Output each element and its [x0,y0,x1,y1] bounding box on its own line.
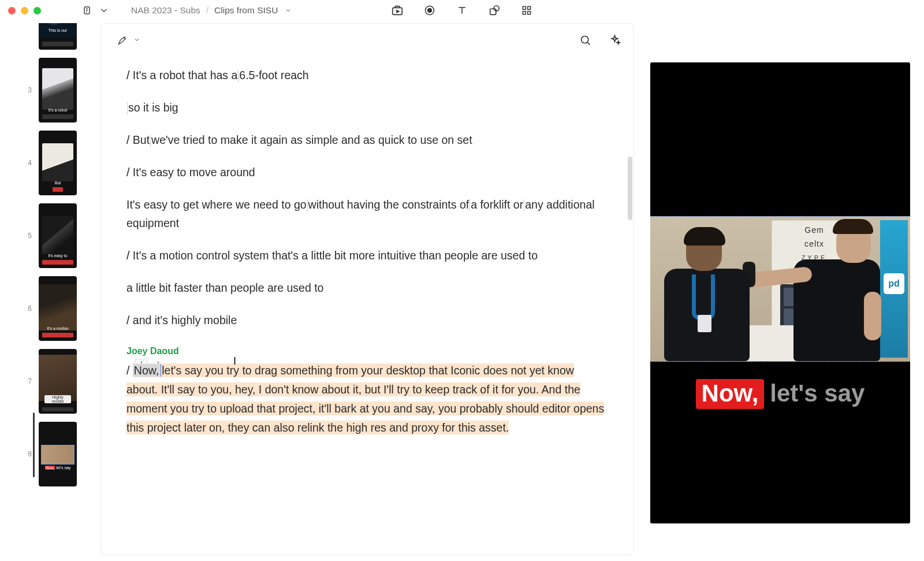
scrollbar-indicator[interactable] [628,157,632,220]
current-word: Now, [133,364,160,377]
svg-point-5 [494,6,499,11]
grid-button[interactable] [520,4,533,17]
svg-point-10 [582,36,588,43]
active-text: let's say you try to drag something from… [126,364,604,434]
sparkle-icon [609,34,621,46]
clip-index: 3 [21,86,32,94]
brand-logo: pd [884,273,904,294]
transcript-editor: / It's a robot that has a6.5-foot reach … [100,23,634,555]
media-button[interactable] [391,4,404,17]
clip-index: 8 [21,450,32,458]
transcript-line[interactable]: / It's a robot that has a6.5-foot reach [126,66,608,85]
background-banner: pd [880,220,908,358]
clip-index: 4 [21,159,32,167]
clip-index: 5 [21,232,32,240]
clip-caption: It's a motion [44,326,71,330]
svg-rect-8 [523,12,526,14]
clip-thumb-2[interactable]: 3 It's a robot [21,58,77,122]
toolbar [391,4,533,17]
transcript-body[interactable]: / It's a robot that has a6.5-foot reach … [101,56,634,460]
breadcrumb: NAB 2023 - Subs / Clips from SISU [131,5,292,16]
clip-thumb-4[interactable]: 5 It's easy to [21,203,77,268]
pen-icon [117,34,129,46]
svg-point-3 [428,9,432,13]
clip-caption: It's a robot [44,108,71,112]
transcript-line[interactable]: It's easy to get where we need to gowith… [126,196,608,233]
clip-thumb-6[interactable]: 7 Highly mobile [21,349,77,414]
svg-rect-6 [523,6,526,9]
clip-thumb-3[interactable]: 4 But [21,131,77,195]
svg-rect-9 [528,12,531,14]
clip-caption-rest: let's say [56,466,70,470]
chevron-down-icon[interactable] [285,7,292,14]
window-controls [8,7,41,14]
clip-thumb-7-active[interactable]: 8 Now, let's say [21,422,77,486]
person-interviewee [654,225,755,361]
active-clip-indicator [33,413,35,477]
breadcrumb-page[interactable]: Clips from SISU [214,5,278,16]
minimize-window-button[interactable] [21,7,28,14]
clip-caption: Highly mobile [44,395,71,403]
shapes-button[interactable] [488,4,501,17]
chevron-down-icon [99,5,109,16]
editor-toolbar [101,24,634,56]
svg-rect-4 [490,9,496,14]
search-icon [579,34,591,46]
write-mode-button[interactable] [117,34,140,46]
clip-thumb-5[interactable]: 6 It's a motion [21,276,77,341]
person-interviewer [780,217,880,361]
clip-index: 7 [21,377,32,385]
close-window-button[interactable] [8,7,16,14]
ai-sparkle-button[interactable] [609,34,621,46]
caption-rest: let's say [770,380,865,407]
clip-sidebar: This is our 3 It's a robot 4 But 5 It's … [0,21,98,561]
ibeam-cursor: I [233,353,236,370]
transcript-line[interactable]: / Butwe've tried to make it again as sim… [126,131,608,150]
speaker-label[interactable]: Joey Daoud [126,344,608,359]
svg-rect-7 [528,6,531,9]
record-button[interactable] [423,4,436,17]
transcript-line[interactable]: a little bit faster than people are used… [126,279,608,298]
search-button[interactable] [579,34,591,46]
video-frame: Gem celtx ZYPE WILDMOKA pd [650,216,910,362]
caption-highlight: Now, [696,379,765,409]
chevron-down-icon [133,36,140,43]
clip-thumb-1[interactable]: This is our [21,23,77,50]
video-caption: Now, let's say [650,379,910,409]
app-menu-button[interactable] [83,5,109,16]
clip-caption: It's easy to [44,254,71,258]
titlebar: NAB 2023 - Subs / Clips from SISU [0,0,924,21]
maximize-window-button[interactable] [33,7,41,14]
transcript-line-active[interactable]: / Now,let's say you try to drag somethin… [126,361,608,437]
clip-caption: This is our [44,28,71,32]
breadcrumb-project[interactable]: NAB 2023 - Subs [131,5,200,16]
video-preview[interactable]: Gem celtx ZYPE WILDMOKA pd Now, let's sa… [650,62,910,523]
clip-caption: But [44,181,71,185]
transcript-line[interactable]: / It's easy to move around [126,164,608,182]
transcript-line[interactable]: so it is big [126,99,608,117]
breadcrumb-separator: / [206,5,208,16]
clip-index: 6 [21,304,32,313]
text-tool-button[interactable] [456,4,468,17]
clip-caption-hl: Now, [45,466,55,470]
transcript-line[interactable]: / It's a motion control system that's a … [126,247,608,265]
transcript-line[interactable]: / and it's highly mobile [126,311,608,330]
